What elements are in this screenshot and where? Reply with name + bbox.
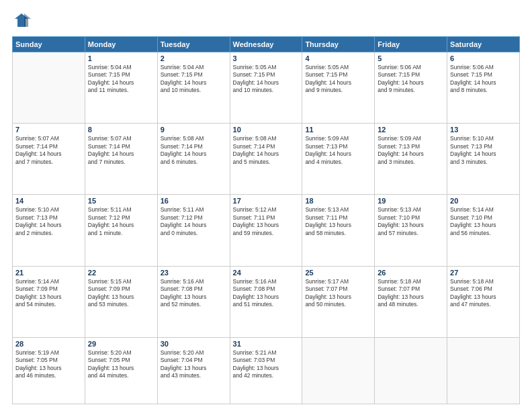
calendar-cell: 3Sunrise: 5:05 AM Sunset: 7:15 PM Daylig… — [230, 52, 302, 124]
week-row-5: 28Sunrise: 5:19 AM Sunset: 7:05 PM Dayli… — [13, 337, 520, 404]
day-number: 27 — [450, 269, 517, 277]
calendar-cell: 21Sunrise: 5:14 AM Sunset: 7:09 PM Dayli… — [13, 266, 85, 337]
week-row-4: 21Sunrise: 5:14 AM Sunset: 7:09 PM Dayli… — [13, 266, 520, 337]
day-number: 22 — [88, 269, 154, 277]
cell-info: Sunrise: 5:06 AM Sunset: 7:15 PM Dayligh… — [450, 64, 517, 95]
cell-info: Sunrise: 5:11 AM Sunset: 7:12 PM Dayligh… — [88, 206, 154, 237]
calendar-cell: 30Sunrise: 5:20 AM Sunset: 7:04 PM Dayli… — [157, 337, 230, 404]
week-row-1: 1Sunrise: 5:04 AM Sunset: 7:15 PM Daylig… — [13, 52, 520, 124]
day-number: 18 — [305, 197, 371, 205]
day-number: 7 — [15, 126, 82, 134]
calendar-cell: 23Sunrise: 5:16 AM Sunset: 7:08 PM Dayli… — [157, 266, 230, 337]
calendar-cell: 27Sunrise: 5:18 AM Sunset: 7:06 PM Dayli… — [447, 266, 520, 337]
logo — [12, 12, 32, 31]
calendar-cell: 24Sunrise: 5:16 AM Sunset: 7:08 PM Dayli… — [230, 266, 302, 337]
cell-info: Sunrise: 5:08 AM Sunset: 7:14 PM Dayligh… — [233, 135, 300, 166]
day-number: 9 — [161, 126, 227, 134]
col-header-thursday: Thursday — [302, 37, 375, 52]
col-header-friday: Friday — [375, 37, 447, 52]
day-number: 11 — [305, 126, 371, 134]
calendar-cell: 16Sunrise: 5:11 AM Sunset: 7:12 PM Dayli… — [157, 195, 230, 266]
day-number: 8 — [88, 126, 154, 134]
day-number: 14 — [15, 197, 82, 205]
day-number: 2 — [161, 54, 227, 62]
cell-info: Sunrise: 5:04 AM Sunset: 7:15 PM Dayligh… — [161, 64, 227, 95]
day-number: 10 — [233, 126, 300, 134]
day-number: 13 — [450, 126, 517, 134]
calendar-cell: 19Sunrise: 5:13 AM Sunset: 7:10 PM Dayli… — [375, 195, 447, 266]
cell-info: Sunrise: 5:21 AM Sunset: 7:03 PM Dayligh… — [233, 349, 300, 380]
day-number: 17 — [233, 197, 300, 205]
cell-info: Sunrise: 5:16 AM Sunset: 7:08 PM Dayligh… — [233, 278, 300, 309]
cell-info: Sunrise: 5:14 AM Sunset: 7:09 PM Dayligh… — [15, 278, 82, 309]
cell-info: Sunrise: 5:05 AM Sunset: 7:15 PM Dayligh… — [233, 64, 300, 95]
calendar-cell: 6Sunrise: 5:06 AM Sunset: 7:15 PM Daylig… — [447, 52, 520, 124]
calendar-cell: 14Sunrise: 5:10 AM Sunset: 7:13 PM Dayli… — [13, 195, 85, 266]
col-header-monday: Monday — [85, 37, 157, 52]
cell-info: Sunrise: 5:17 AM Sunset: 7:07 PM Dayligh… — [305, 278, 371, 309]
day-number: 19 — [378, 197, 444, 205]
calendar-cell: 18Sunrise: 5:13 AM Sunset: 7:11 PM Dayli… — [302, 195, 375, 266]
col-header-wednesday: Wednesday — [230, 37, 302, 52]
cell-info: Sunrise: 5:06 AM Sunset: 7:15 PM Dayligh… — [378, 64, 444, 95]
day-number: 31 — [233, 340, 300, 348]
calendar-header-row: SundayMondayTuesdayWednesdayThursdayFrid… — [13, 37, 520, 52]
cell-info: Sunrise: 5:18 AM Sunset: 7:06 PM Dayligh… — [450, 278, 517, 309]
calendar-cell: 28Sunrise: 5:19 AM Sunset: 7:05 PM Dayli… — [13, 337, 85, 404]
cell-info: Sunrise: 5:07 AM Sunset: 7:14 PM Dayligh… — [88, 135, 154, 166]
calendar-cell: 25Sunrise: 5:17 AM Sunset: 7:07 PM Dayli… — [302, 266, 375, 337]
calendar-cell: 31Sunrise: 5:21 AM Sunset: 7:03 PM Dayli… — [230, 337, 302, 404]
cell-info: Sunrise: 5:11 AM Sunset: 7:12 PM Dayligh… — [161, 206, 227, 237]
calendar-cell: 13Sunrise: 5:10 AM Sunset: 7:13 PM Dayli… — [447, 124, 520, 195]
day-number: 20 — [450, 197, 517, 205]
calendar-cell — [302, 337, 375, 404]
col-header-tuesday: Tuesday — [157, 37, 230, 52]
calendar-cell: 4Sunrise: 5:05 AM Sunset: 7:15 PM Daylig… — [302, 52, 375, 124]
cell-info: Sunrise: 5:19 AM Sunset: 7:05 PM Dayligh… — [15, 349, 82, 380]
cell-info: Sunrise: 5:13 AM Sunset: 7:11 PM Dayligh… — [305, 206, 371, 237]
cell-info: Sunrise: 5:08 AM Sunset: 7:14 PM Dayligh… — [161, 135, 227, 166]
day-number: 25 — [305, 269, 371, 277]
calendar-cell: 29Sunrise: 5:20 AM Sunset: 7:05 PM Dayli… — [85, 337, 157, 404]
cell-info: Sunrise: 5:20 AM Sunset: 7:05 PM Dayligh… — [88, 349, 154, 380]
week-row-2: 7Sunrise: 5:07 AM Sunset: 7:14 PM Daylig… — [13, 124, 520, 195]
calendar-cell: 9Sunrise: 5:08 AM Sunset: 7:14 PM Daylig… — [157, 124, 230, 195]
week-row-3: 14Sunrise: 5:10 AM Sunset: 7:13 PM Dayli… — [13, 195, 520, 266]
cell-info: Sunrise: 5:20 AM Sunset: 7:04 PM Dayligh… — [161, 349, 227, 380]
day-number: 30 — [161, 340, 227, 348]
cell-info: Sunrise: 5:09 AM Sunset: 7:13 PM Dayligh… — [305, 135, 371, 166]
calendar-cell: 1Sunrise: 5:04 AM Sunset: 7:15 PM Daylig… — [85, 52, 157, 124]
day-number: 21 — [15, 269, 82, 277]
day-number: 3 — [233, 54, 300, 62]
calendar-cell — [447, 337, 520, 404]
cell-info: Sunrise: 5:14 AM Sunset: 7:10 PM Dayligh… — [450, 206, 517, 237]
day-number: 24 — [233, 269, 300, 277]
col-header-sunday: Sunday — [13, 37, 85, 52]
day-number: 4 — [305, 54, 371, 62]
header — [12, 12, 520, 31]
svg-marker-1 — [24, 13, 31, 27]
day-number: 23 — [161, 269, 227, 277]
calendar-cell: 22Sunrise: 5:15 AM Sunset: 7:09 PM Dayli… — [85, 266, 157, 337]
calendar-cell: 2Sunrise: 5:04 AM Sunset: 7:15 PM Daylig… — [157, 52, 230, 124]
cell-info: Sunrise: 5:16 AM Sunset: 7:08 PM Dayligh… — [161, 278, 227, 309]
day-number: 1 — [88, 54, 154, 62]
calendar-cell: 12Sunrise: 5:09 AM Sunset: 7:13 PM Dayli… — [375, 124, 447, 195]
day-number: 6 — [450, 54, 517, 62]
calendar-cell — [375, 337, 447, 404]
calendar-cell: 5Sunrise: 5:06 AM Sunset: 7:15 PM Daylig… — [375, 52, 447, 124]
cell-info: Sunrise: 5:10 AM Sunset: 7:13 PM Dayligh… — [450, 135, 517, 166]
cell-info: Sunrise: 5:05 AM Sunset: 7:15 PM Dayligh… — [305, 64, 371, 95]
calendar-cell: 26Sunrise: 5:18 AM Sunset: 7:07 PM Dayli… — [375, 266, 447, 337]
col-header-saturday: Saturday — [447, 37, 520, 52]
cell-info: Sunrise: 5:13 AM Sunset: 7:10 PM Dayligh… — [378, 206, 444, 237]
day-number: 29 — [88, 340, 154, 348]
day-number: 26 — [378, 269, 444, 277]
cell-info: Sunrise: 5:15 AM Sunset: 7:09 PM Dayligh… — [88, 278, 154, 309]
calendar-cell — [13, 52, 85, 124]
cell-info: Sunrise: 5:04 AM Sunset: 7:15 PM Dayligh… — [88, 64, 154, 95]
day-number: 12 — [378, 126, 444, 134]
calendar-cell: 7Sunrise: 5:07 AM Sunset: 7:14 PM Daylig… — [13, 124, 85, 195]
calendar-table: SundayMondayTuesdayWednesdayThursdayFrid… — [12, 36, 520, 404]
calendar-cell: 11Sunrise: 5:09 AM Sunset: 7:13 PM Dayli… — [302, 124, 375, 195]
